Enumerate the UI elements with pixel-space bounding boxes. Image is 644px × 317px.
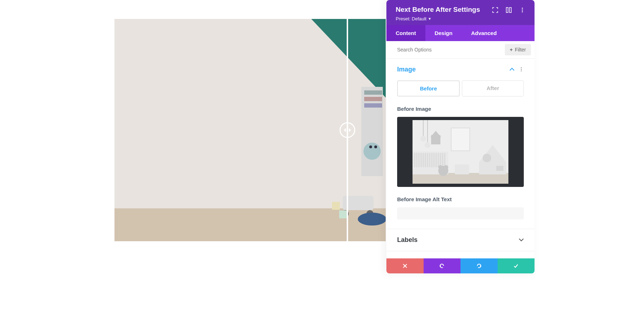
tab-content[interactable]: Content <box>386 25 425 41</box>
more-button[interactable] <box>519 6 526 15</box>
redo-icon <box>477 263 482 268</box>
svg-point-65 <box>521 70 522 71</box>
svg-rect-76 <box>414 153 415 167</box>
before-image-thumbnail <box>413 120 508 184</box>
svg-rect-80 <box>423 153 424 167</box>
svg-rect-57 <box>339 210 347 218</box>
svg-rect-67 <box>413 173 508 184</box>
svg-rect-59 <box>509 8 511 13</box>
svg-rect-85 <box>433 153 435 167</box>
svg-rect-46 <box>364 90 382 95</box>
settings-panel: Next Before After Settings Preset: Defau… <box>386 0 535 273</box>
section-link: Link <box>386 251 535 258</box>
panel-header: Next Before After Settings Preset: Defau… <box>386 0 535 25</box>
section-image-head[interactable]: Image <box>386 59 535 80</box>
drag-arrows-icon <box>344 128 351 133</box>
section-labels-head[interactable]: Labels <box>386 229 535 251</box>
expand-icon <box>492 7 498 13</box>
preset-dropdown[interactable]: Preset: Default ▼ <box>396 16 480 21</box>
section-labels: Labels <box>386 229 535 251</box>
svg-rect-77 <box>416 153 418 167</box>
panel-body: Image Before After Before Image <box>386 59 535 258</box>
search-input[interactable] <box>397 47 505 53</box>
undo-button[interactable] <box>424 258 461 273</box>
svg-rect-83 <box>429 153 430 167</box>
svg-rect-87 <box>438 153 439 167</box>
panel-footer <box>386 258 535 273</box>
columns-icon <box>506 7 512 13</box>
check-icon <box>513 263 518 268</box>
kebab-icon <box>519 7 525 13</box>
alt-text-input[interactable] <box>397 207 524 219</box>
svg-rect-94 <box>455 164 469 174</box>
save-button[interactable] <box>498 258 535 273</box>
svg-point-60 <box>522 8 523 9</box>
svg-rect-58 <box>506 8 508 13</box>
pill-before[interactable]: Before <box>397 80 460 96</box>
svg-point-97 <box>483 154 491 162</box>
svg-point-61 <box>522 9 523 10</box>
svg-rect-84 <box>431 153 433 167</box>
tab-design[interactable]: Design <box>425 25 462 41</box>
expand-button[interactable] <box>492 6 499 15</box>
svg-point-62 <box>522 11 523 12</box>
svg-point-72 <box>425 142 430 148</box>
svg-point-92 <box>438 165 443 169</box>
svg-rect-48 <box>364 103 382 108</box>
svg-rect-86 <box>435 153 437 167</box>
filter-label: Filter <box>515 47 526 53</box>
section-labels-title: Labels <box>397 236 418 244</box>
kebab-icon[interactable] <box>519 67 524 72</box>
svg-rect-56 <box>332 202 340 210</box>
svg-point-71 <box>420 136 426 142</box>
svg-point-63 <box>521 67 522 68</box>
svg-rect-68 <box>451 128 470 151</box>
before-image-picker[interactable] <box>397 117 524 187</box>
snap-button[interactable] <box>505 6 512 15</box>
svg-point-93 <box>444 165 448 169</box>
section-image-title: Image <box>397 66 416 73</box>
svg-rect-90 <box>444 153 445 167</box>
pill-after[interactable]: After <box>462 80 524 96</box>
alt-text-label: Before Image Alt Text <box>397 196 524 202</box>
slider-handle[interactable] <box>340 122 355 138</box>
search-row: + Filter <box>386 41 535 59</box>
chevron-up-icon <box>509 67 514 72</box>
svg-rect-81 <box>425 153 426 167</box>
filter-button[interactable]: + Filter <box>505 44 531 55</box>
svg-rect-82 <box>427 153 428 167</box>
svg-rect-47 <box>364 97 382 101</box>
before-after-toggle: Before After <box>397 80 524 96</box>
section-image: Image Before After Before Image <box>386 59 535 229</box>
preset-label: Preset: Default <box>396 16 426 21</box>
section-link-head[interactable]: Link <box>386 251 535 258</box>
svg-rect-89 <box>442 153 443 167</box>
svg-rect-79 <box>420 153 422 167</box>
svg-point-64 <box>521 69 522 70</box>
close-icon <box>402 263 408 268</box>
undo-icon <box>439 263 444 268</box>
chevron-down-icon <box>519 237 524 242</box>
caret-down-icon: ▼ <box>428 17 431 21</box>
svg-rect-78 <box>418 153 420 167</box>
plus-icon: + <box>510 47 513 53</box>
before-image-label: Before Image <box>397 106 524 112</box>
tab-advanced[interactable]: Advanced <box>462 25 506 41</box>
panel-tabs: Content Design Advanced <box>386 25 535 41</box>
svg-rect-98 <box>496 166 503 171</box>
svg-point-55 <box>358 213 386 226</box>
svg-point-51 <box>374 145 377 148</box>
before-after-preview[interactable]: Before <box>114 19 386 241</box>
svg-point-50 <box>369 145 372 148</box>
panel-title: Next Before After Settings <box>396 6 480 14</box>
cancel-button[interactable] <box>386 258 424 273</box>
redo-button[interactable] <box>460 258 498 273</box>
svg-point-49 <box>364 143 381 160</box>
